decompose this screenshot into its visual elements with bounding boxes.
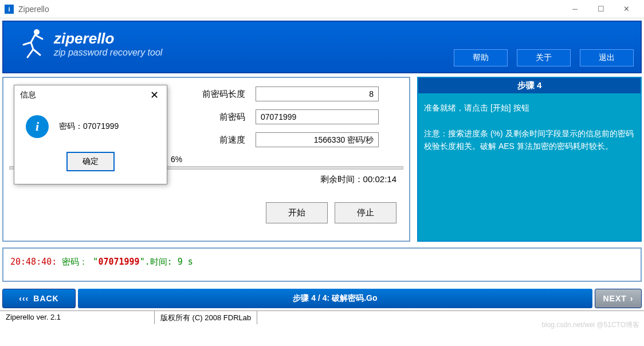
wizard-nav: ‹‹‹ BACK 步骤 4 / 4: 破解密码.Go NEXT › [2,289,642,308]
app-header: ziperello zip password recovery tool 帮助 … [2,21,642,73]
cur-pwd-label: 前密码 [170,112,256,123]
dialog-message: 密码：07071999 [59,121,119,132]
tagline-text: zip password recovery tool [54,48,162,58]
ok-button[interactable]: 确定 [66,152,115,171]
log-password: 07071999 [98,257,139,267]
cur-pwd-value: 07071999 [256,109,379,124]
back-button[interactable]: ‹‹‹ BACK [2,289,76,308]
start-button[interactable]: 开始 [266,202,328,223]
back-label: BACK [33,294,58,303]
copyright-text: 版权所有 (C) 2008 FDRLab [155,311,257,324]
step-instruction: 准备就绪，请点击 [开始] 按钮 [424,101,635,114]
exit-button[interactable]: 退出 [580,49,634,66]
info-dialog: 信息 ✕ i 密码：07071999 确定 [14,85,167,184]
svg-point-0 [34,29,40,35]
stop-button[interactable]: 停止 [335,202,396,223]
step-title: 步骤 4 [418,78,641,93]
about-button[interactable]: 关于 [517,49,571,66]
remaining-label: 剩余时间： [320,174,363,184]
log-label: 密码： [62,257,88,267]
log-panel: 20:48:40: 密码： "07071999".时间: 9 s [2,247,642,282]
close-button[interactable]: ✕ [614,1,639,17]
cur-speed-value: 1566330 密码/秒 [256,132,379,147]
next-label: NEXT [603,294,626,303]
progress-percent: 6% [171,155,403,164]
window-titlebar: i Ziperello ─ ☐ ✕ [0,0,644,18]
log-quote-close: ". [140,257,150,267]
cur-speed-label: 前速度 [170,135,256,146]
dialog-msg-prefix: 密码： [59,121,83,131]
step-panel: 步骤 4 准备就绪，请点击 [开始] 按钮 注意：搜索进度条 (%) 及剩余时间… [417,77,642,242]
step-note: 注意：搜索进度条 (%) 及剩余时间字段显示的信息前的密码校验长度相关。破解 A… [424,127,635,153]
remaining-value: 00:02:14 [363,174,396,184]
dialog-close-icon[interactable]: ✕ [148,89,161,101]
log-time: 20:48:40: [10,257,57,267]
log-duration: 时间: 9 s [150,257,193,267]
minimize-button[interactable]: ─ [562,1,588,17]
window-title: Ziperello [18,5,562,14]
help-button[interactable]: 帮助 [454,49,508,66]
brand-text: ziperello [54,30,162,48]
dialog-msg-value: 07071999 [83,121,119,131]
cur-len-value: 8 [256,86,379,101]
chevron-left-icon: ‹‹‹ [19,294,29,303]
logo-icon [15,26,49,61]
app-icon: i [5,5,14,14]
info-icon: i [26,115,49,138]
next-button[interactable]: NEXT › [595,289,642,308]
version-text: Ziperello ver. 2.1 [0,311,155,324]
dialog-title: 信息 [20,90,36,100]
chevron-right-icon: › [630,294,634,303]
window-controls: ─ ☐ ✕ [562,1,639,17]
wizard-status: 步骤 4 / 4: 破解密码.Go [78,289,592,308]
cur-len-label: 前密码长度 [170,89,256,100]
maximize-button[interactable]: ☐ [588,1,614,17]
watermark-text: blog.csdn.net/wei @51CTO博客 [541,320,639,330]
